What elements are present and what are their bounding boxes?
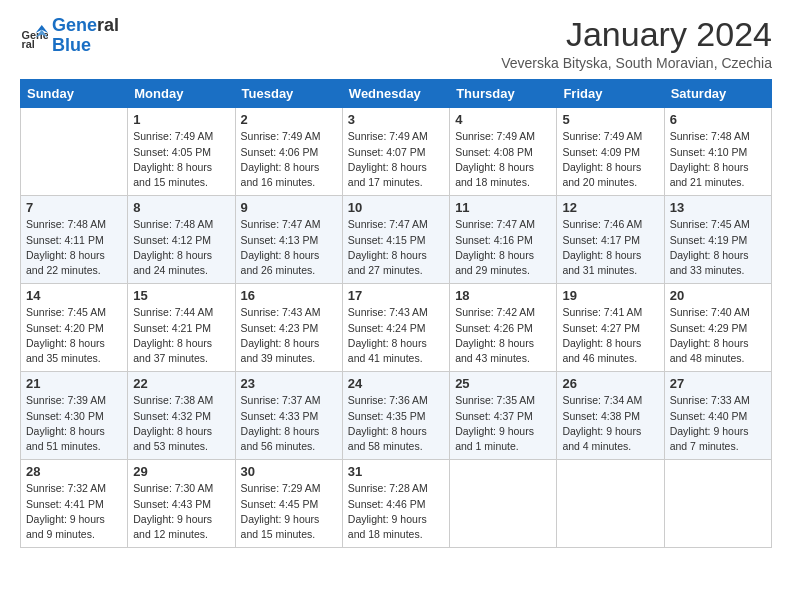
day-number: 18	[455, 288, 551, 303]
day-number: 14	[26, 288, 122, 303]
page-header: Gene ral General Blue January 2024 Vever…	[20, 16, 772, 71]
calendar-table: SundayMondayTuesdayWednesdayThursdayFrid…	[20, 79, 772, 548]
day-number: 6	[670, 112, 766, 127]
day-info: Sunrise: 7:48 AMSunset: 4:10 PMDaylight:…	[670, 129, 766, 190]
location-subtitle: Veverska Bityska, South Moravian, Czechi…	[501, 55, 772, 71]
day-number: 7	[26, 200, 122, 215]
weekday-header-monday: Monday	[128, 80, 235, 108]
calendar-cell: 1Sunrise: 7:49 AMSunset: 4:05 PMDaylight…	[128, 108, 235, 196]
calendar-cell: 7Sunrise: 7:48 AMSunset: 4:11 PMDaylight…	[21, 196, 128, 284]
day-info: Sunrise: 7:45 AMSunset: 4:19 PMDaylight:…	[670, 217, 766, 278]
day-info: Sunrise: 7:49 AMSunset: 4:05 PMDaylight:…	[133, 129, 229, 190]
calendar-week-4: 21Sunrise: 7:39 AMSunset: 4:30 PMDayligh…	[21, 372, 772, 460]
day-number: 10	[348, 200, 444, 215]
day-number: 24	[348, 376, 444, 391]
calendar-cell: 22Sunrise: 7:38 AMSunset: 4:32 PMDayligh…	[128, 372, 235, 460]
day-info: Sunrise: 7:32 AMSunset: 4:41 PMDaylight:…	[26, 481, 122, 542]
day-info: Sunrise: 7:49 AMSunset: 4:06 PMDaylight:…	[241, 129, 337, 190]
day-info: Sunrise: 7:43 AMSunset: 4:23 PMDaylight:…	[241, 305, 337, 366]
calendar-week-5: 28Sunrise: 7:32 AMSunset: 4:41 PMDayligh…	[21, 460, 772, 548]
calendar-cell: 25Sunrise: 7:35 AMSunset: 4:37 PMDayligh…	[450, 372, 557, 460]
month-title: January 2024	[501, 16, 772, 53]
day-info: Sunrise: 7:45 AMSunset: 4:20 PMDaylight:…	[26, 305, 122, 366]
calendar-cell: 26Sunrise: 7:34 AMSunset: 4:38 PMDayligh…	[557, 372, 664, 460]
day-info: Sunrise: 7:47 AMSunset: 4:13 PMDaylight:…	[241, 217, 337, 278]
day-number: 28	[26, 464, 122, 479]
logo-line1: General	[52, 16, 119, 36]
day-info: Sunrise: 7:49 AMSunset: 4:08 PMDaylight:…	[455, 129, 551, 190]
calendar-cell: 3Sunrise: 7:49 AMSunset: 4:07 PMDaylight…	[342, 108, 449, 196]
calendar-cell	[450, 460, 557, 548]
logo: Gene ral General Blue	[20, 16, 119, 56]
day-number: 9	[241, 200, 337, 215]
day-info: Sunrise: 7:47 AMSunset: 4:15 PMDaylight:…	[348, 217, 444, 278]
day-number: 30	[241, 464, 337, 479]
day-info: Sunrise: 7:48 AMSunset: 4:12 PMDaylight:…	[133, 217, 229, 278]
day-number: 17	[348, 288, 444, 303]
calendar-cell: 31Sunrise: 7:28 AMSunset: 4:46 PMDayligh…	[342, 460, 449, 548]
day-info: Sunrise: 7:48 AMSunset: 4:11 PMDaylight:…	[26, 217, 122, 278]
calendar-cell: 6Sunrise: 7:48 AMSunset: 4:10 PMDaylight…	[664, 108, 771, 196]
day-number: 16	[241, 288, 337, 303]
day-number: 12	[562, 200, 658, 215]
day-number: 26	[562, 376, 658, 391]
day-number: 29	[133, 464, 229, 479]
day-number: 3	[348, 112, 444, 127]
weekday-header-wednesday: Wednesday	[342, 80, 449, 108]
day-number: 15	[133, 288, 229, 303]
weekday-header-row: SundayMondayTuesdayWednesdayThursdayFrid…	[21, 80, 772, 108]
calendar-cell: 11Sunrise: 7:47 AMSunset: 4:16 PMDayligh…	[450, 196, 557, 284]
day-info: Sunrise: 7:33 AMSunset: 4:40 PMDaylight:…	[670, 393, 766, 454]
day-info: Sunrise: 7:43 AMSunset: 4:24 PMDaylight:…	[348, 305, 444, 366]
weekday-header-friday: Friday	[557, 80, 664, 108]
calendar-cell: 28Sunrise: 7:32 AMSunset: 4:41 PMDayligh…	[21, 460, 128, 548]
day-info: Sunrise: 7:38 AMSunset: 4:32 PMDaylight:…	[133, 393, 229, 454]
calendar-cell: 16Sunrise: 7:43 AMSunset: 4:23 PMDayligh…	[235, 284, 342, 372]
calendar-cell: 12Sunrise: 7:46 AMSunset: 4:17 PMDayligh…	[557, 196, 664, 284]
calendar-cell: 29Sunrise: 7:30 AMSunset: 4:43 PMDayligh…	[128, 460, 235, 548]
calendar-cell: 23Sunrise: 7:37 AMSunset: 4:33 PMDayligh…	[235, 372, 342, 460]
day-info: Sunrise: 7:39 AMSunset: 4:30 PMDaylight:…	[26, 393, 122, 454]
title-block: January 2024 Veverska Bityska, South Mor…	[501, 16, 772, 71]
svg-text:ral: ral	[22, 38, 35, 50]
day-number: 27	[670, 376, 766, 391]
day-info: Sunrise: 7:37 AMSunset: 4:33 PMDaylight:…	[241, 393, 337, 454]
calendar-cell: 21Sunrise: 7:39 AMSunset: 4:30 PMDayligh…	[21, 372, 128, 460]
calendar-cell	[21, 108, 128, 196]
day-info: Sunrise: 7:49 AMSunset: 4:07 PMDaylight:…	[348, 129, 444, 190]
weekday-header-sunday: Sunday	[21, 80, 128, 108]
logo-line2: Blue	[52, 36, 119, 56]
calendar-cell	[557, 460, 664, 548]
day-info: Sunrise: 7:34 AMSunset: 4:38 PMDaylight:…	[562, 393, 658, 454]
calendar-cell: 14Sunrise: 7:45 AMSunset: 4:20 PMDayligh…	[21, 284, 128, 372]
day-number: 31	[348, 464, 444, 479]
calendar-cell: 20Sunrise: 7:40 AMSunset: 4:29 PMDayligh…	[664, 284, 771, 372]
calendar-cell: 24Sunrise: 7:36 AMSunset: 4:35 PMDayligh…	[342, 372, 449, 460]
weekday-header-thursday: Thursday	[450, 80, 557, 108]
calendar-week-3: 14Sunrise: 7:45 AMSunset: 4:20 PMDayligh…	[21, 284, 772, 372]
calendar-cell: 10Sunrise: 7:47 AMSunset: 4:15 PMDayligh…	[342, 196, 449, 284]
day-number: 1	[133, 112, 229, 127]
day-number: 13	[670, 200, 766, 215]
calendar-cell: 13Sunrise: 7:45 AMSunset: 4:19 PMDayligh…	[664, 196, 771, 284]
calendar-cell: 15Sunrise: 7:44 AMSunset: 4:21 PMDayligh…	[128, 284, 235, 372]
day-number: 19	[562, 288, 658, 303]
calendar-week-2: 7Sunrise: 7:48 AMSunset: 4:11 PMDaylight…	[21, 196, 772, 284]
day-number: 5	[562, 112, 658, 127]
calendar-cell: 30Sunrise: 7:29 AMSunset: 4:45 PMDayligh…	[235, 460, 342, 548]
day-info: Sunrise: 7:44 AMSunset: 4:21 PMDaylight:…	[133, 305, 229, 366]
day-number: 21	[26, 376, 122, 391]
calendar-cell: 9Sunrise: 7:47 AMSunset: 4:13 PMDaylight…	[235, 196, 342, 284]
day-number: 8	[133, 200, 229, 215]
day-info: Sunrise: 7:35 AMSunset: 4:37 PMDaylight:…	[455, 393, 551, 454]
day-number: 11	[455, 200, 551, 215]
day-number: 22	[133, 376, 229, 391]
day-info: Sunrise: 7:47 AMSunset: 4:16 PMDaylight:…	[455, 217, 551, 278]
calendar-cell	[664, 460, 771, 548]
calendar-cell: 17Sunrise: 7:43 AMSunset: 4:24 PMDayligh…	[342, 284, 449, 372]
calendar-cell: 27Sunrise: 7:33 AMSunset: 4:40 PMDayligh…	[664, 372, 771, 460]
day-info: Sunrise: 7:30 AMSunset: 4:43 PMDaylight:…	[133, 481, 229, 542]
day-number: 4	[455, 112, 551, 127]
logo-icon: Gene ral	[20, 22, 48, 50]
calendar-cell: 8Sunrise: 7:48 AMSunset: 4:12 PMDaylight…	[128, 196, 235, 284]
